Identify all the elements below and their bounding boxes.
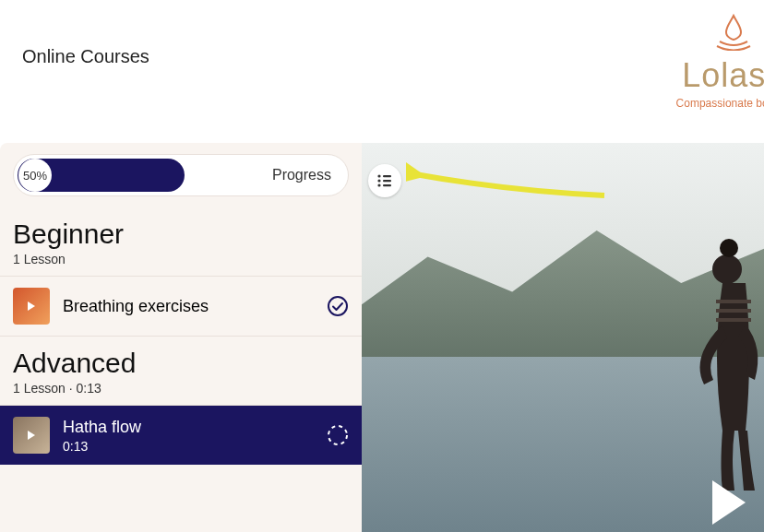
lesson-title: Hatha flow: [63, 418, 314, 437]
course-sidebar: 50% Progress Beginner 1 Lesson Breathing…: [0, 143, 362, 532]
in-progress-icon: [327, 424, 349, 446]
progress-label: Progress: [272, 167, 331, 183]
svg-point-3: [720, 239, 738, 257]
svg-point-1: [328, 426, 347, 444]
lesson-title: Breathing exercises: [63, 297, 314, 316]
svg-rect-5: [383, 175, 391, 177]
progress-row: 50% Progress: [0, 143, 362, 207]
svg-point-6: [377, 179, 380, 182]
lesson-item-hatha-flow[interactable]: Hatha flow 0:13: [0, 406, 362, 465]
lesson-thumbnail: [13, 417, 50, 454]
video-player-area[interactable]: [362, 143, 764, 532]
section-header-beginner: Beginner 1 Lesson: [0, 207, 362, 277]
main-content: 50% Progress Beginner 1 Lesson Breathing…: [0, 143, 764, 532]
progress-bar: 50% Progress: [13, 154, 349, 196]
svg-rect-7: [383, 180, 391, 182]
play-icon: [28, 431, 35, 440]
lesson-thumbnail: [13, 288, 50, 325]
lesson-duration: 0:13: [63, 439, 314, 454]
lesson-text: Breathing exercises: [63, 297, 314, 316]
brand-name: Lolasa: [676, 56, 764, 95]
svg-point-2: [712, 254, 742, 284]
section-header-advanced: Advanced 1 Lesson · 0:13: [0, 337, 362, 406]
video-background: [362, 143, 764, 532]
header: Online Courses Lolasa Compassionate bodi…: [0, 0, 764, 143]
brand-logo: Lolasa Compassionate bodies,: [676, 14, 764, 110]
play-icon: [28, 301, 35, 311]
section-subtitle: 1 Lesson · 0:13: [13, 381, 349, 396]
lesson-text: Hatha flow 0:13: [63, 418, 314, 454]
svg-rect-9: [383, 184, 391, 186]
svg-point-4: [377, 174, 380, 177]
svg-point-8: [377, 183, 380, 186]
progress-percent-badge: 50%: [18, 159, 52, 192]
toggle-sidebar-button[interactable]: [368, 164, 401, 197]
play-button[interactable]: [712, 480, 746, 525]
flame-drop-icon: [710, 14, 757, 51]
breadcrumb[interactable]: Online Courses: [22, 46, 149, 67]
section-title: Beginner: [13, 219, 349, 250]
lesson-item-breathing-exercises[interactable]: Breathing exercises: [0, 277, 362, 337]
section-subtitle: 1 Lesson: [13, 252, 349, 266]
video-person: [635, 237, 764, 495]
section-title: Advanced: [13, 348, 349, 379]
completed-icon: [327, 295, 349, 317]
list-icon: [376, 171, 394, 190]
svg-point-0: [328, 297, 347, 315]
brand-tagline: Compassionate bodies,: [676, 97, 764, 110]
